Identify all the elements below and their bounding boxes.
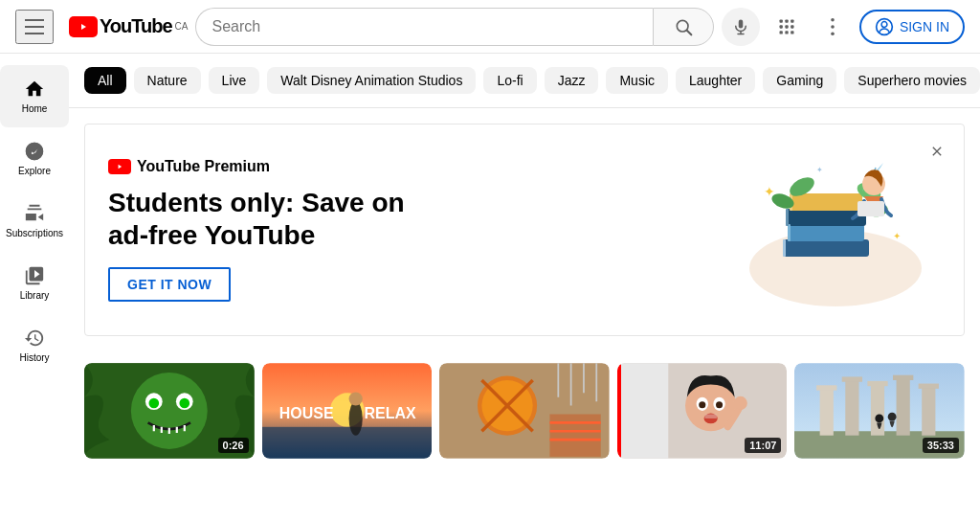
svg-rect-47 bbox=[262, 427, 433, 459]
youtube-premium-label: YouTube Premium bbox=[137, 158, 270, 175]
explore-icon bbox=[24, 141, 45, 162]
sidebar-label-subscriptions: Subscriptions bbox=[6, 228, 63, 238]
chip-all[interactable]: All bbox=[84, 67, 126, 94]
svg-rect-5 bbox=[779, 19, 782, 22]
chip-gaming[interactable]: Gaming bbox=[763, 67, 836, 94]
chip-nature[interactable]: Nature bbox=[134, 67, 201, 94]
youtube-logo[interactable]: YouTubeCA bbox=[69, 15, 188, 37]
video-card-1[interactable]: 0:26 bbox=[84, 363, 255, 459]
svg-rect-77 bbox=[820, 389, 834, 436]
ad-close-button[interactable] bbox=[922, 136, 952, 167]
svg-rect-81 bbox=[923, 387, 936, 436]
svg-rect-23 bbox=[790, 193, 862, 211]
chip-live[interactable]: Live bbox=[209, 67, 260, 94]
svg-rect-10 bbox=[791, 25, 793, 28]
top-navigation: YouTubeCA bbox=[0, 0, 980, 54]
sidebar-label-explore: Explore bbox=[18, 166, 51, 176]
chip-walt-disney[interactable]: Walt Disney Animation Studios bbox=[267, 67, 476, 94]
video-thumb-2: HOUSE RELAX bbox=[262, 363, 433, 459]
svg-point-88 bbox=[888, 413, 897, 421]
svg-rect-79 bbox=[871, 384, 884, 435]
sidebar-item-subscriptions[interactable]: Subscriptions bbox=[0, 190, 69, 252]
search-button[interactable] bbox=[653, 8, 714, 46]
svg-rect-9 bbox=[785, 25, 788, 28]
get-it-now-button[interactable]: GET IT NOW bbox=[108, 267, 231, 302]
video-card-4[interactable]: 11:07 bbox=[617, 363, 788, 459]
hamburger-menu-button[interactable] bbox=[15, 10, 54, 44]
svg-point-49 bbox=[348, 392, 362, 405]
chip-music[interactable]: Music bbox=[606, 67, 668, 94]
svg-text:✦: ✦ bbox=[893, 231, 901, 241]
search-container bbox=[195, 8, 759, 46]
svg-rect-11 bbox=[779, 31, 782, 34]
ad-content-left: YouTube Premium Students only: Save on a… bbox=[108, 158, 414, 301]
svg-rect-7 bbox=[791, 19, 793, 22]
more-icon bbox=[831, 18, 835, 35]
chip-jazz[interactable]: Jazz bbox=[545, 67, 599, 94]
video-grid: 0:26 bbox=[69, 351, 980, 470]
logo-country: CA bbox=[175, 21, 189, 32]
sidebar-item-history[interactable]: History bbox=[0, 314, 69, 376]
filter-chips-bar: All Nature Live Walt Disney Animation St… bbox=[69, 54, 980, 108]
ad-banner: YouTube Premium Students only: Save on a… bbox=[84, 124, 965, 336]
svg-rect-86 bbox=[919, 384, 939, 389]
video-card-3[interactable] bbox=[439, 363, 610, 459]
chip-superhero[interactable]: Superhero movies bbox=[844, 67, 980, 94]
video-thumb-5: 35:33 bbox=[794, 363, 965, 459]
svg-point-73 bbox=[733, 396, 746, 410]
sidebar-item-explore[interactable]: Explore bbox=[0, 127, 69, 190]
sidebar-item-home[interactable]: Home bbox=[0, 65, 69, 127]
chip-lofi[interactable]: Lo-fi bbox=[483, 67, 536, 94]
svg-rect-33 bbox=[858, 201, 884, 216]
svg-rect-6 bbox=[785, 19, 788, 22]
svg-rect-80 bbox=[897, 378, 910, 435]
svg-rect-24 bbox=[783, 239, 786, 257]
sidebar-item-library[interactable]: Library bbox=[0, 252, 69, 314]
ad-illustration: ✦ ✦ ✦ bbox=[730, 144, 941, 316]
svg-rect-12 bbox=[785, 31, 788, 34]
svg-rect-82 bbox=[816, 385, 836, 390]
svg-point-39 bbox=[131, 373, 208, 449]
svg-point-18 bbox=[881, 21, 887, 27]
svg-rect-78 bbox=[846, 380, 859, 436]
svg-point-43 bbox=[179, 398, 189, 409]
duration-badge-4: 11:07 bbox=[745, 438, 781, 453]
more-options-button[interactable] bbox=[813, 8, 852, 46]
svg-point-70 bbox=[716, 401, 723, 408]
svg-rect-8 bbox=[779, 25, 782, 28]
svg-text:HOUSE: HOUSE bbox=[278, 405, 333, 421]
sign-in-button[interactable]: SIGN IN bbox=[859, 10, 965, 44]
mic-button[interactable] bbox=[722, 8, 760, 46]
chip-laughter[interactable]: Laughter bbox=[676, 67, 755, 94]
logo-wordmark: YouTube bbox=[100, 15, 172, 37]
home-icon bbox=[24, 79, 45, 100]
svg-rect-83 bbox=[842, 376, 862, 381]
svg-point-48 bbox=[348, 401, 362, 436]
svg-point-16 bbox=[831, 32, 835, 35]
youtube-premium-logo: YouTube Premium bbox=[108, 158, 414, 175]
nav-right: SIGN IN bbox=[768, 8, 965, 46]
video-card-2[interactable]: HOUSE RELAX bbox=[262, 363, 433, 459]
search-bar bbox=[195, 8, 652, 46]
sign-in-label: SIGN IN bbox=[900, 19, 949, 34]
video-card-5[interactable]: 35:33 bbox=[794, 363, 965, 459]
video-thumb-3 bbox=[439, 363, 610, 459]
sidebar-label-history: History bbox=[19, 352, 49, 363]
library-icon bbox=[24, 265, 45, 286]
svg-rect-20 bbox=[783, 239, 869, 257]
video-thumb-1: 0:26 bbox=[84, 363, 255, 459]
svg-rect-26 bbox=[786, 209, 789, 226]
yt-play-icon bbox=[113, 162, 126, 171]
apps-grid-button[interactable] bbox=[768, 8, 806, 46]
yt-premium-icon bbox=[108, 159, 131, 174]
content-area: All Nature Live Walt Disney Animation St… bbox=[69, 54, 980, 520]
svg-rect-25 bbox=[788, 224, 791, 241]
svg-text:✦: ✦ bbox=[816, 166, 823, 174]
svg-rect-13 bbox=[791, 31, 793, 34]
svg-rect-2 bbox=[739, 19, 744, 28]
search-input[interactable] bbox=[212, 18, 636, 35]
search-icon bbox=[674, 17, 693, 36]
mic-icon bbox=[732, 18, 749, 35]
red-bar bbox=[617, 363, 621, 459]
svg-point-14 bbox=[831, 18, 835, 22]
